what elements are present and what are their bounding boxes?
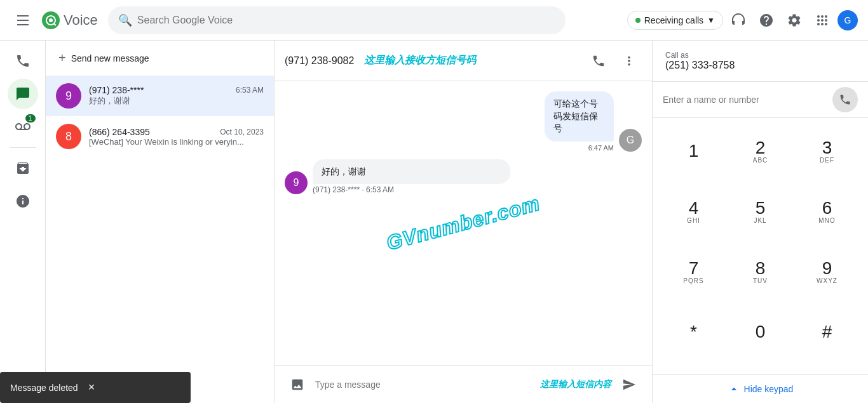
avatar[interactable]: G [837,10,858,30]
search-bar[interactable]: 🔍 [108,6,566,34]
dialpad-digit: 5 [756,199,766,217]
sidebar-item-calls[interactable] [8,46,38,76]
hamburger-icon [17,15,29,25]
table-row: 9 好的，谢谢 (971) 238-**** · 6:53 AM [285,159,642,195]
more-options-button[interactable] [616,48,642,74]
headset-button[interactable] [726,8,751,33]
dialpad-key-4[interactable]: 4 GHI [663,188,724,234]
search-input[interactable] [137,15,555,26]
call-as-label: Call as [665,51,855,60]
more-vert-icon [622,54,636,68]
dialpad-key-8[interactable]: 8 TUV [729,249,791,294]
dialpad-digit: 2 [756,139,766,157]
plus-icon: + [58,51,66,65]
dialpad-letters: DEF [820,157,834,164]
message-bubble: 可给这个号码发短信保号 [545,91,614,142]
phone-icon [592,54,606,68]
image-icon [290,378,304,392]
receiving-calls-button[interactable]: Receiving calls ▼ [627,11,723,30]
chat-area: (971) 238-9082 这里输入接收方短信号码 GVnumber.com [275,41,652,403]
sidebar-item-messages[interactable] [8,79,38,109]
list-item[interactable]: 9 (971) 238-**** 6:53 AM 好的，谢谢 [46,76,274,116]
chat-header: (971) 238-9082 这里输入接收方短信号码 [275,41,652,81]
logo-area: Voice [41,10,98,30]
logo-text: Voice [64,12,98,29]
sidebar-item-archive[interactable] [8,153,38,183]
dialpad-key-star[interactable]: * [663,309,724,355]
dialpad-digit: 0 [756,323,766,341]
attach-image-button[interactable] [285,372,310,397]
settings-button[interactable] [782,8,807,33]
google-voice-logo-icon [41,10,61,30]
dialpad-key-hash[interactable]: # [796,309,858,355]
call-contact-button[interactable] [586,48,611,74]
conv-header: (971) 238-**** 6:53 AM [89,85,264,95]
dialpad-key-0[interactable]: 0 [729,309,791,355]
new-message-label: Send new message [71,53,149,63]
snackbar-close-button[interactable]: × [88,381,95,394]
avatar: G [619,129,642,152]
dialpad-digit: 4 [689,199,699,217]
gear-icon [787,13,802,28]
dialpad-digit: * [690,323,697,341]
send-message-button[interactable] [616,372,642,397]
menu-button[interactable] [10,8,36,33]
dialpad-digit: # [822,323,832,341]
info-icon [15,194,31,209]
app-header: Voice 🔍 Receiving calls ▼ [0,0,868,41]
search-icon: 🔍 [118,13,132,27]
conv-time: 6:53 AM [236,86,264,95]
sidebar-divider [10,147,36,148]
chat-header-annotation: 这里输入接收方短信号码 [364,54,476,67]
snackbar: Message deleted × [0,372,191,403]
conversation-list: + Send new message 9 (971) 238-**** 6:53… [46,41,275,403]
new-message-button[interactable]: + Send new message [46,41,274,76]
list-item[interactable]: 8 (866) 264-3395 Oct 10, 2023 [WeChat] Y… [46,116,274,157]
sidebar-item-info[interactable] [8,186,38,216]
conv-name: (866) 264-3395 [89,127,150,137]
help-icon [759,13,774,28]
hide-keypad-button[interactable]: Hide keypad [653,374,868,403]
message-bubble: 好的，谢谢 [313,159,510,185]
avatar: 9 [285,171,308,194]
dialpad-digit: 8 [756,260,766,277]
dialpad-key-3[interactable]: 3 DEF [796,128,858,174]
hide-keypad-label: Hide keypad [744,384,794,394]
phone-icon [15,53,31,69]
conv-info: (866) 264-3395 Oct 10, 2023 [WeChat] You… [89,127,264,147]
send-icon [622,378,636,392]
avatar: 9 [56,83,81,109]
dialpad-key-5[interactable]: 5 JKL [729,188,791,234]
headset-icon [731,13,746,28]
dialpad-call-button[interactable] [832,87,858,112]
call-as-number: (251) 333-8758 [665,60,855,71]
dialpad-grid: 1 2 ABC 3 DEF 4 GHI 5 JKL 6 MNO [653,118,868,374]
voicemail-badge: 1 [25,114,36,122]
dialpad-key-7[interactable]: 7 PQRS [663,249,724,294]
message-input[interactable] [315,380,535,390]
help-button[interactable] [754,8,779,33]
dialpad-key-9[interactable]: 9 WXYZ [796,249,858,294]
message-time: 6:47 AM [588,144,614,152]
messages-icon [15,86,31,102]
table-row: 可给这个号码发短信保号 6:47 AM G [285,91,642,152]
call-as-section: Call as (251) 333-8758 [653,41,868,82]
number-input-row [653,82,868,118]
dialpad-digit: 9 [822,260,832,277]
chat-messages: GVnumber.com 可给这个号码发短信保号 6:47 AM G 9 好的，… [275,81,652,365]
dialpad-key-6[interactable]: 6 MNO [796,188,858,234]
input-annotation: 这里输入短信内容 [540,379,611,390]
dialpad-letters: ABC [753,157,768,164]
dialpad-key-2[interactable]: 2 ABC [729,128,791,174]
watermark: GVnumber.com [384,191,543,254]
dialpad-digit: 7 [689,260,699,277]
apps-button[interactable] [810,8,835,33]
dialpad-key-1[interactable]: 1 [663,128,724,174]
dialpad-number-input[interactable] [663,95,827,105]
conv-preview: 好的，谢谢 [89,95,264,107]
receiving-calls-label: Receiving calls [644,15,703,25]
sidebar-item-voicemail[interactable]: 1 [8,112,38,142]
conv-time: Oct 10, 2023 [220,128,264,136]
sidebar: 1 [0,41,46,403]
dialpad-letters: JKL [754,217,766,224]
